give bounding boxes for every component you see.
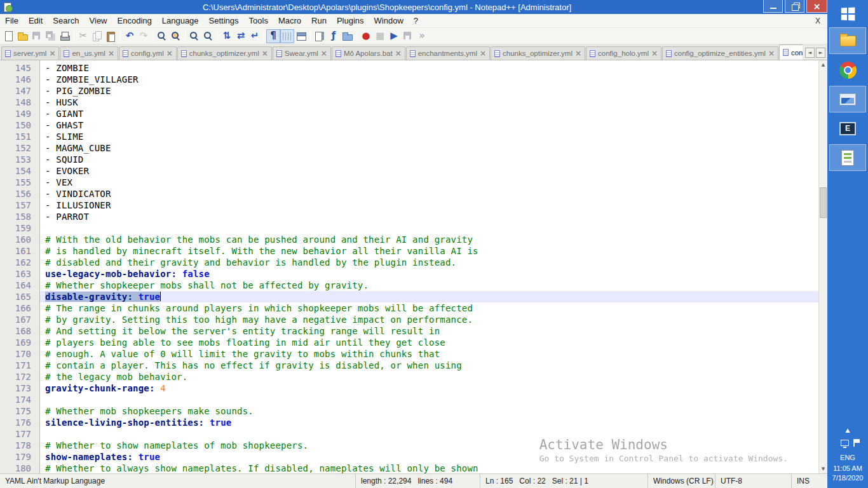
tab-close-icon[interactable]: × [108,50,114,57]
code-line[interactable]: # by gravity. Setting this too high may … [40,314,818,325]
code-line[interactable]: # Whether to always show nameplates. If … [40,463,818,473]
indent-guide-icon[interactable] [280,29,294,43]
code-line[interactable]: # is handled by minecraft itself. With t… [40,245,818,257]
code-line[interactable]: # With the old behavior the mobs can be … [40,234,818,245]
menu-item-view[interactable]: View [85,15,112,27]
menu-item-run[interactable]: Run [306,15,332,27]
tab-close-icon[interactable]: × [321,50,327,57]
code-line[interactable]: # The range in chunks around players in … [40,302,818,314]
save-all-icon[interactable] [44,29,58,43]
new-file-icon[interactable] [2,29,16,43]
play-macro-icon[interactable]: ▶ [387,29,401,43]
code-line[interactable]: - MAGMA_CUBE [40,142,818,154]
code-line[interactable]: # And setting it below the server's enti… [40,325,818,337]
tab-chunks_optimizer.yml[interactable]: chunks_optimizer.yml× [177,46,272,60]
zoom-in-icon[interactable] [187,29,201,43]
menu-item-help[interactable]: ? [409,15,423,27]
code-line[interactable]: - VINDICATOR [40,188,818,200]
network-icon[interactable] [841,440,849,446]
code-line[interactable]: # contain a player. This has no effect i… [40,360,818,371]
tab-config.yml[interactable]: config.yml× [779,44,803,60]
vertical-scrollbar[interactable]: ▲ ▼ [818,60,827,473]
tab-scroll-left-icon[interactable]: ◄ [805,48,815,58]
tab-close-icon[interactable]: × [480,50,486,57]
code-line[interactable]: - SLIME [40,131,818,142]
document-map-icon[interactable] [313,29,327,43]
tab-config_holo.yml[interactable]: config_holo.yml× [586,46,661,60]
language-indicator[interactable]: ENG [840,454,855,461]
tab-scroll-right-icon[interactable]: ► [816,48,825,58]
menu-item-tools[interactable]: Tools [244,15,273,27]
code-line[interactable]: - GHAST [40,119,818,131]
cut-icon[interactable]: ✂ [76,29,90,43]
code-area[interactable]: - ZOMBIE- ZOMBIE_VILLAGER- PIG_ZOMBIE- H… [40,60,818,473]
tab-enchantments.yml[interactable]: enchantments.yml× [406,46,490,60]
code-line[interactable]: - GIANT [40,108,818,119]
run-macro-multiple-icon[interactable]: » [415,29,429,43]
start-button[interactable] [829,3,866,25]
minimize-button[interactable] [763,0,783,13]
undo-icon[interactable]: ↶ [123,29,137,43]
function-list-icon[interactable]: ƒ [327,29,341,43]
open-file-icon[interactable] [16,29,30,43]
stop-macro-icon[interactable]: ■ [373,29,387,43]
folder-as-workspace-icon[interactable] [341,29,355,43]
title-bar[interactable]: C:\Users\Administrator\Desktop\Apolars\p… [0,0,827,14]
code-line[interactable] [40,222,818,234]
code-line[interactable]: # Whether shopkeeper mobs shall not be a… [40,280,818,291]
tab-config_optimize_entities.yml[interactable]: config_optimize_entities.yml× [662,46,778,60]
tab-chunks_optimizer.yml[interactable]: chunks_optimizer.yml× [491,46,585,60]
code-line[interactable]: # enough. A value of 0 will limit the gr… [40,348,818,360]
tab-close-icon[interactable]: × [575,50,581,57]
code-line[interactable]: # disabled and their gravity and behavio… [40,257,818,268]
replace-icon[interactable] [169,29,183,43]
code-line[interactable]: # Whether mob shopkeepers make sounds. [40,405,818,417]
code-line[interactable]: - PIG_ZOMBIE [40,85,818,97]
menu-item-search[interactable]: Search [48,15,84,27]
code-line[interactable]: - EVOKER [40,165,818,177]
save-macro-icon[interactable] [401,29,415,43]
scroll-up-icon[interactable]: ▲ [819,60,827,69]
tab-close-icon[interactable]: × [262,50,268,57]
app-e-button[interactable]: E [829,115,866,142]
code-line[interactable]: disable-gravity: true [40,291,818,302]
tab-close-icon[interactable]: × [395,50,402,57]
menu-item-encoding[interactable]: Encoding [112,15,157,27]
zoom-out-icon[interactable] [201,29,215,43]
scroll-down-icon[interactable]: ▼ [819,464,827,473]
tab-close-icon[interactable]: × [49,50,55,57]
file-explorer-button[interactable] [829,27,866,54]
code-line[interactable]: - SQUID [40,154,818,165]
show-hidden-icons-button[interactable]: ▲ [846,427,850,433]
close-button[interactable]: × [806,0,827,13]
code-line[interactable]: # Whether to show nameplates of mob shop… [40,440,818,451]
code-line[interactable]: show-nameplates: true [40,451,818,463]
tab-swear.yml[interactable]: Swear.yml× [273,46,331,60]
tab-close-icon[interactable]: × [166,50,173,57]
code-line[interactable]: # the legacy mob behavior. [40,371,818,383]
scrollbar-track[interactable] [819,69,827,464]
find-icon[interactable] [155,29,169,43]
action-center-icon[interactable] [853,439,855,447]
paste-icon[interactable] [104,29,118,43]
tab-close-icon[interactable]: × [768,50,775,57]
tab-config.yml[interactable]: config.yml× [119,46,177,60]
redo-icon[interactable]: ↷ [137,29,151,43]
code-line[interactable]: use-legacy-mob-behavior: false [40,268,818,280]
menu-item-macro[interactable]: Macro [273,15,306,27]
show-all-characters-icon[interactable]: ¶ [266,29,280,43]
menu-item-window[interactable]: Window [369,15,409,27]
menu-item-settings[interactable]: Settings [204,15,244,27]
save-icon[interactable] [30,29,44,43]
code-line[interactable] [40,394,818,405]
print-icon[interactable] [58,29,72,43]
code-line[interactable]: - VEX [40,177,818,188]
menu-item-plugins[interactable]: Plugins [332,15,369,27]
user-define-dialog-icon[interactable] [294,29,308,43]
scrollbar-thumb[interactable] [820,187,827,218]
maximize-button[interactable] [785,0,804,13]
taskbar-clock[interactable]: 11:05 AM 7/18/2020 [832,464,864,483]
code-line[interactable]: - PARROT [40,211,818,222]
sync-vertical-icon[interactable]: ⇅ [220,29,234,43]
menu-item-file[interactable]: File [0,15,24,27]
